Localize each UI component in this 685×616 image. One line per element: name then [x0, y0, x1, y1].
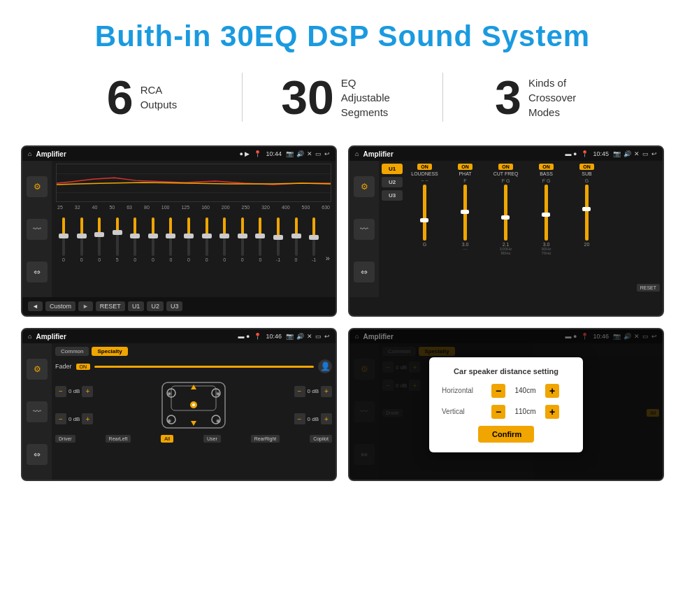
cross-vol-icon: 🔊 — [623, 150, 631, 157]
eq-sidebar-btn-2[interactable]: 〰 — [27, 219, 48, 240]
rearright-btn[interactable]: RearRight — [251, 435, 280, 443]
right-bottom-plus[interactable]: + — [321, 413, 332, 424]
loudness-on-btn[interactable]: ON — [417, 164, 432, 170]
eq-slider-9[interactable]: 0 — [218, 217, 231, 262]
stat-rca-number: 6 — [107, 73, 134, 121]
spk-win-icon: ▭ — [315, 333, 322, 340]
driver-btn[interactable]: Driver — [55, 435, 75, 443]
cross-bass: ON BASS F G 3.0 90Hz 70Hz — [527, 164, 565, 294]
eq-play-btn[interactable]: ► — [78, 301, 93, 311]
eq-slider-8[interactable]: 0 — [201, 217, 213, 262]
stat-eq-number: 30 — [281, 73, 334, 121]
left-top-plus[interactable]: + — [82, 386, 93, 397]
svg-text:◉: ◉ — [167, 418, 171, 423]
cross-x-icon: ✕ — [634, 150, 640, 157]
eq-slider-3[interactable]: 5 — [111, 217, 124, 262]
speaker-layout: − 0 dB + − 0 dB + — [55, 379, 332, 431]
horizontal-plus-btn[interactable]: + — [545, 384, 559, 398]
eq-time: 10:44 — [266, 150, 282, 157]
right-top-val: 0 dB — [308, 388, 319, 394]
right-bottom-minus[interactable]: − — [294, 413, 305, 424]
home-icon: ⌂ — [28, 150, 31, 157]
cross-cutfreq: ON CUT FREQ F G 2.1 100Hz 80Hz — [486, 164, 525, 294]
spk-sidebar-btn-3[interactable]: ⇔ — [27, 444, 48, 465]
phat-on-btn[interactable]: ON — [458, 164, 473, 170]
cross-sidebar-btn-3[interactable]: ⇔ — [354, 262, 375, 282]
cross-sidebar-btn-2[interactable]: 〰 — [354, 219, 375, 240]
left-top-minus[interactable]: − — [55, 386, 66, 397]
eq-u1-btn[interactable]: U1 — [128, 301, 145, 311]
vertical-minus-btn[interactable]: − — [491, 405, 505, 419]
eq-slider-5[interactable]: 0 — [147, 217, 159, 262]
spk-x-icon: ✕ — [307, 333, 312, 340]
copilot-btn[interactable]: Copilot — [310, 435, 332, 443]
cross-sidebar: ⚙ 〰 ⇔ — [349, 161, 379, 297]
horizontal-minus-btn[interactable]: − — [491, 384, 505, 398]
svg-text:◉: ◉ — [216, 391, 220, 396]
loudness-label: LOUDNESS — [411, 171, 438, 176]
stat-eq-text: EQ Adjustable Segments — [341, 76, 404, 120]
eq-sidebar-btn-1[interactable]: ⚙ — [27, 176, 48, 197]
bass-on-btn[interactable]: ON — [539, 164, 554, 170]
cross-sidebar-btn-1[interactable]: ⚙ — [354, 176, 375, 197]
eq-slider-1[interactable]: 0 — [75, 217, 88, 262]
dialog-overlay: Car speaker distance setting Horizontal … — [349, 329, 663, 480]
sub-label: SUB — [582, 171, 591, 176]
all-btn[interactable]: All — [161, 435, 173, 443]
cross-u3-btn[interactable]: U3 — [382, 190, 403, 201]
car-diagram: ◉ ◉ ◉ ◉ — [97, 379, 289, 431]
eq-main-area: ⚙ 〰 ⇔ — [22, 161, 336, 297]
eq-scroll-arrows[interactable]: » — [326, 254, 330, 262]
bass-label: BASS — [540, 171, 553, 176]
cutfreq-label: CUT FREQ — [493, 171, 519, 176]
horizontal-label: Horizontal — [442, 387, 487, 394]
eq-slider-12[interactable]: -1 — [272, 217, 284, 262]
dialog-screen-card: ⌂ Amplifier ▬ ● 📍 10:46 📷 🔊 ✕ ▭ ↩ ⚙ 〰 ⇔ — [348, 328, 664, 481]
eq-prev-btn[interactable]: ◄ — [28, 301, 43, 311]
cross-reset-btn[interactable]: RESET — [637, 284, 660, 292]
crossover-screen-card: ⌂ Amplifier ▬ ● 📍 10:45 📷 🔊 ✕ ▭ ↩ ⚙ 〰 ⇔ … — [348, 145, 664, 317]
eq-slider-11[interactable]: 0 — [254, 217, 266, 262]
dialog-box: Car speaker distance setting Horizontal … — [429, 357, 583, 452]
fader-slider[interactable] — [94, 366, 314, 368]
left-bottom-plus[interactable]: + — [82, 413, 93, 424]
cross-u1-btn[interactable]: U1 — [382, 164, 403, 174]
svg-marker-17 — [191, 421, 196, 426]
spk-tab-specialty[interactable]: Specialty — [92, 347, 127, 356]
rearleft-btn[interactable]: RearLeft — [106, 435, 131, 443]
stats-row: 6 RCA Outputs 30 EQ Adjustable Segments … — [0, 66, 685, 138]
dialog-vertical-row: Vertical − 110cm + — [442, 405, 570, 419]
eq-slider-0[interactable]: 0 — [57, 217, 70, 262]
eq-status-bar: ⌂ Amplifier ● ▶ 📍 10:44 📷 🔊 ✕ ▭ ↩ — [22, 147, 336, 161]
eq-custom-label: Custom — [45, 301, 75, 311]
volume-icon: 🔊 — [296, 150, 304, 157]
left-bottom-minus[interactable]: − — [55, 413, 66, 424]
eq-slider-4[interactable]: 0 — [129, 217, 141, 262]
confirm-button[interactable]: Confirm — [478, 426, 534, 443]
speaker-screen-card: ⌂ Amplifier ▬ ● 📍 10:46 📷 🔊 ✕ ▭ ↩ ⚙ 〰 ⇔ … — [21, 328, 337, 481]
right-db-controls: − 0 dB + − 0 dB + — [294, 379, 332, 431]
eq-slider-6[interactable]: 0 — [164, 217, 177, 262]
spk-sidebar-btn-1[interactable]: ⚙ — [27, 359, 48, 380]
vertical-plus-btn[interactable]: + — [545, 405, 559, 419]
eq-u3-btn[interactable]: U3 — [166, 301, 183, 311]
sub-on-btn[interactable]: ON — [579, 164, 594, 170]
eq-slider-2[interactable]: 0 — [93, 217, 106, 262]
eq-slider-7[interactable]: 0 — [182, 217, 195, 262]
eq-reset-btn[interactable]: RESET — [96, 301, 125, 311]
eq-slider-14[interactable]: -1 — [308, 217, 320, 262]
eq-slider-13[interactable]: 0 — [290, 217, 303, 262]
cross-location-icon: 📍 — [581, 150, 589, 157]
cross-u2-btn[interactable]: U2 — [382, 177, 403, 187]
eq-slider-10[interactable]: 0 — [236, 217, 249, 262]
right-top-plus[interactable]: + — [321, 386, 332, 397]
right-top-minus[interactable]: − — [294, 386, 305, 397]
spk-sidebar-btn-2[interactable]: 〰 — [27, 401, 48, 422]
cutfreq-on-btn[interactable]: ON — [498, 164, 513, 170]
spk-tab-common[interactable]: Common — [55, 347, 89, 356]
eq-u2-btn[interactable]: U2 — [147, 301, 164, 311]
fader-on-btn[interactable]: ON — [76, 364, 91, 370]
dialog-title: Car speaker distance setting — [442, 367, 570, 375]
user-btn[interactable]: User — [203, 435, 221, 443]
eq-sidebar-btn-3[interactable]: ⇔ — [27, 262, 48, 282]
